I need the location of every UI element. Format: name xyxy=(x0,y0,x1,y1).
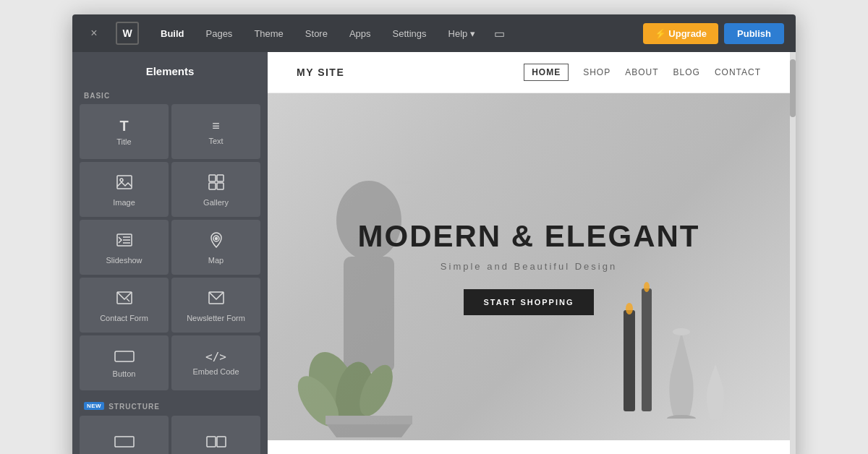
element-map-label: Map xyxy=(208,256,224,265)
hero-title: MODERN & ELEGANT xyxy=(358,219,700,254)
device-toggle-button[interactable]: ▭ xyxy=(487,22,512,45)
element-embed-code[interactable]: </> Embed Code xyxy=(171,335,260,390)
basic-elements-grid: T Title ≡ Text Image xyxy=(72,104,268,396)
nav-tab-pages[interactable]: Pages xyxy=(196,24,243,43)
element-strip[interactable] xyxy=(80,416,169,454)
element-slideshow[interactable]: Slideshow xyxy=(80,220,169,275)
svg-rect-15 xyxy=(115,437,134,447)
element-contact-form-label: Contact Form xyxy=(100,314,148,323)
svg-rect-25 xyxy=(326,416,412,424)
svg-point-30 xyxy=(667,415,696,419)
svg-rect-4 xyxy=(209,183,216,189)
svg-rect-3 xyxy=(217,175,224,181)
sidebar: Elements BASIC T Title ≡ Text xyxy=(72,52,268,454)
preview-scrollbar[interactable] xyxy=(790,52,796,454)
website-preview: MY SITE HOME SHOP ABOUT BLOG CONTACT xyxy=(268,52,790,454)
embed-code-icon: </> xyxy=(205,351,226,363)
site-nav: HOME SHOP ABOUT BLOG CONTACT xyxy=(524,64,761,81)
element-title[interactable]: T Title xyxy=(80,104,169,159)
element-button-label: Button xyxy=(113,369,136,379)
upgrade-button[interactable]: ⚡ Upgrade xyxy=(643,23,718,44)
editor-wrapper: × W Build Pages Theme Store Apps Setting… xyxy=(72,14,796,454)
slideshow-icon xyxy=(116,231,133,252)
nav-tab-store[interactable]: Store xyxy=(295,24,338,43)
element-title-label: Title xyxy=(116,137,131,147)
site-header: MY SITE HOME SHOP ABOUT BLOG CONTACT xyxy=(268,52,790,93)
element-columns[interactable] xyxy=(171,416,260,454)
svg-point-1 xyxy=(120,179,123,181)
new-badge: NEW xyxy=(84,402,104,410)
structure-section-label: STRUCTURE xyxy=(109,403,160,411)
svg-rect-5 xyxy=(217,183,224,189)
element-gallery-label: Gallery xyxy=(203,198,229,207)
publish-button[interactable]: Publish xyxy=(724,23,784,44)
svg-rect-16 xyxy=(207,437,216,447)
close-button[interactable]: × xyxy=(84,23,104,43)
element-button[interactable]: Button xyxy=(80,335,169,390)
element-map[interactable]: Map xyxy=(171,220,260,275)
element-newsletter-form-label: Newsletter Form xyxy=(187,314,245,323)
title-icon: T xyxy=(119,119,128,133)
svg-rect-26 xyxy=(624,310,635,411)
structure-section: NEW STRUCTURE xyxy=(72,396,268,454)
text-icon: ≡ xyxy=(212,119,220,132)
element-text[interactable]: ≡ Text xyxy=(171,104,260,159)
hero-subtitle: Simple and Beautiful Design xyxy=(358,261,700,272)
contact-form-icon xyxy=(116,289,133,309)
gallery-icon xyxy=(208,174,225,194)
newsletter-form-icon xyxy=(208,289,225,309)
nav-tab-settings[interactable]: Settings xyxy=(383,24,437,43)
top-bar: × W Build Pages Theme Store Apps Setting… xyxy=(72,14,796,52)
element-embed-code-label: Embed Code xyxy=(192,367,239,377)
element-newsletter-form[interactable]: Newsletter Form xyxy=(171,278,260,333)
element-image-label: Image xyxy=(113,198,135,207)
strip-icon xyxy=(114,434,135,450)
element-image[interactable]: Image xyxy=(80,162,169,217)
top-bar-actions: ⚡ Upgrade Publish xyxy=(643,23,784,44)
site-nav-home[interactable]: HOME xyxy=(524,64,569,81)
svg-point-31 xyxy=(673,328,690,335)
svg-rect-14 xyxy=(115,351,134,361)
element-gallery[interactable]: Gallery xyxy=(171,162,260,217)
structure-header: NEW STRUCTURE xyxy=(80,396,260,416)
columns-icon xyxy=(206,434,226,450)
main-content: Elements BASIC T Title ≡ Text xyxy=(72,52,796,454)
hero-content: MODERN & ELEGANT Simple and Beautiful De… xyxy=(358,219,700,315)
element-text-label: Text xyxy=(208,137,223,146)
site-nav-blog[interactable]: BLOG xyxy=(673,67,700,77)
button-icon xyxy=(114,349,135,365)
map-icon xyxy=(208,231,225,252)
svg-rect-2 xyxy=(209,175,216,181)
svg-point-11 xyxy=(215,238,217,240)
image-icon xyxy=(116,174,133,194)
structure-elements-grid xyxy=(80,416,260,454)
preview-scrollbar-thumb[interactable] xyxy=(790,59,796,117)
site-nav-about[interactable]: ABOUT xyxy=(625,67,658,77)
element-contact-form[interactable]: Contact Form xyxy=(80,278,169,333)
nav-tab-theme[interactable]: Theme xyxy=(244,24,293,43)
svg-rect-0 xyxy=(117,176,132,189)
top-nav: Build Pages Theme Store Apps Settings He… xyxy=(150,22,640,45)
preview-area: MY SITE HOME SHOP ABOUT BLOG CONTACT xyxy=(268,52,796,454)
sidebar-title: Elements xyxy=(72,52,268,86)
hero-cta-button[interactable]: START SHOPPING xyxy=(464,289,595,315)
nav-tab-apps[interactable]: Apps xyxy=(339,24,381,43)
site-nav-contact[interactable]: CONTACT xyxy=(715,67,761,77)
svg-rect-17 xyxy=(217,437,226,447)
site-logo: MY SITE xyxy=(297,67,344,78)
site-nav-shop[interactable]: SHOP xyxy=(583,67,610,77)
element-slideshow-label: Slideshow xyxy=(106,256,142,265)
logo-icon: W xyxy=(116,22,139,45)
basic-section-label: BASIC xyxy=(72,86,268,104)
hero-section: MODERN & ELEGANT Simple and Beautiful De… xyxy=(268,93,790,440)
nav-tab-build[interactable]: Build xyxy=(150,24,195,43)
nav-tab-help[interactable]: Help ▾ xyxy=(438,24,485,43)
